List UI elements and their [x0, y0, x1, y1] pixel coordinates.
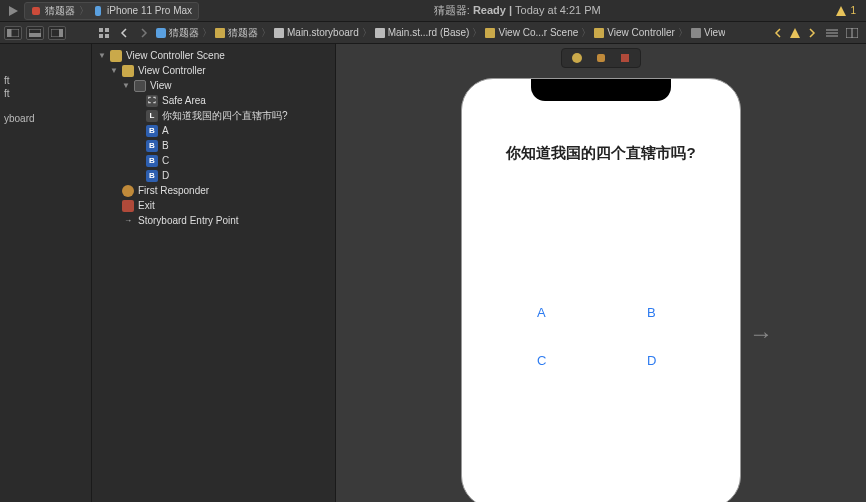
vc-dock-icon[interactable]: [570, 51, 584, 65]
device-notch: [531, 79, 671, 101]
svg-rect-19: [594, 28, 604, 38]
svg-rect-12: [99, 34, 103, 38]
panel-toggle-left-icon[interactable]: [4, 26, 22, 40]
outline-button-c[interactable]: BC: [92, 153, 335, 168]
outline-entry-point[interactable]: →Storyboard Entry Point: [92, 213, 335, 228]
scheme-selector[interactable]: 猜题器 〉 iPhone 11 Pro Max: [24, 2, 199, 20]
jump-bar[interactable]: 猜题器〉 猜题器〉 Main.storyboard〉 Main.st...rd …: [156, 26, 725, 40]
svg-rect-28: [597, 54, 605, 62]
file-item[interactable]: ft: [4, 87, 91, 100]
outline-label-question[interactable]: L你知道我国的四个直辖市吗?: [92, 108, 335, 123]
svg-rect-1: [32, 7, 40, 15]
entry-point-arrow-icon[interactable]: →: [749, 320, 773, 348]
editor-toolbar: 猜题器〉 猜题器〉 Main.storyboard〉 Main.st...rd …: [0, 22, 866, 44]
scheme-device: iPhone 11 Pro Max: [107, 5, 192, 16]
svg-rect-29: [621, 54, 629, 62]
outline-scene[interactable]: ▼View Controller Scene: [92, 48, 335, 63]
outline-view[interactable]: ▼View: [92, 78, 335, 93]
answer-button-a[interactable]: A: [537, 305, 546, 320]
outline-view-controller[interactable]: ▼View Controller: [92, 63, 335, 78]
outline-first-responder[interactable]: First Responder: [92, 183, 335, 198]
outline-safe-area[interactable]: ⛶Safe Area: [92, 93, 335, 108]
svg-rect-16: [274, 28, 284, 38]
activity-status: 猜题器: Ready | Today at 4:21 PM: [199, 3, 835, 18]
svg-rect-8: [59, 29, 63, 37]
panel-toggle-right-icon[interactable]: [48, 26, 66, 40]
svg-point-27: [572, 53, 582, 63]
interface-builder-canvas[interactable]: → 你知道我国的四个直辖市吗? A B C D: [336, 44, 866, 502]
svg-rect-17: [375, 28, 385, 38]
outline-button-a[interactable]: BA: [92, 123, 335, 138]
issue-next-icon[interactable]: [804, 26, 820, 40]
outline-button-b[interactable]: BB: [92, 138, 335, 153]
run-stop-icon[interactable]: [6, 4, 20, 18]
file-item[interactable]: yboard: [4, 112, 91, 125]
file-item[interactable]: ft: [4, 74, 91, 87]
svg-rect-20: [691, 28, 701, 38]
question-label[interactable]: 你知道我国的四个直辖市吗?: [462, 144, 740, 163]
window-titlebar: 猜题器 〉 iPhone 11 Pro Max 猜题器: Ready | Tod…: [0, 0, 866, 22]
svg-rect-14: [156, 28, 166, 38]
answer-button-b[interactable]: B: [647, 305, 656, 320]
svg-rect-4: [7, 29, 11, 37]
outline-exit[interactable]: Exit: [92, 198, 335, 213]
svg-rect-10: [99, 28, 103, 32]
svg-rect-2: [95, 6, 101, 16]
scheme-app-name: 猜题器: [45, 4, 75, 18]
project-navigator[interactable]: ft ft yboard: [0, 44, 92, 502]
answer-button-d[interactable]: D: [647, 353, 656, 368]
answer-button-c[interactable]: C: [537, 353, 546, 368]
warnings-indicator[interactable]: 1: [835, 5, 856, 17]
issue-prev-icon[interactable]: [770, 26, 786, 40]
exit-dock-icon[interactable]: [618, 51, 632, 65]
svg-rect-5: [11, 29, 19, 37]
add-editor-icon[interactable]: [844, 26, 860, 40]
outline-button-d[interactable]: BD: [92, 168, 335, 183]
issue-warning-icon[interactable]: [790, 28, 800, 38]
svg-rect-18: [485, 28, 495, 38]
warning-count: 1: [850, 5, 856, 16]
svg-marker-0: [9, 6, 18, 16]
scene-dock[interactable]: [561, 48, 641, 68]
device-preview-iphone[interactable]: 你知道我国的四个直辖市吗? A B C D: [461, 78, 741, 502]
svg-rect-11: [105, 28, 109, 32]
adjust-editor-icon[interactable]: [824, 26, 840, 40]
svg-rect-6: [29, 33, 41, 37]
nav-back-icon[interactable]: [116, 26, 132, 40]
first-responder-dock-icon[interactable]: [594, 51, 608, 65]
related-items-icon[interactable]: [96, 26, 112, 40]
svg-rect-15: [215, 28, 225, 38]
nav-forward-icon[interactable]: [136, 26, 152, 40]
panel-toggle-bottom-icon[interactable]: [26, 26, 44, 40]
svg-marker-21: [790, 28, 800, 38]
document-outline[interactable]: ▼View Controller Scene ▼View Controller …: [92, 44, 336, 502]
svg-rect-13: [105, 34, 109, 38]
svg-marker-3: [836, 6, 846, 16]
